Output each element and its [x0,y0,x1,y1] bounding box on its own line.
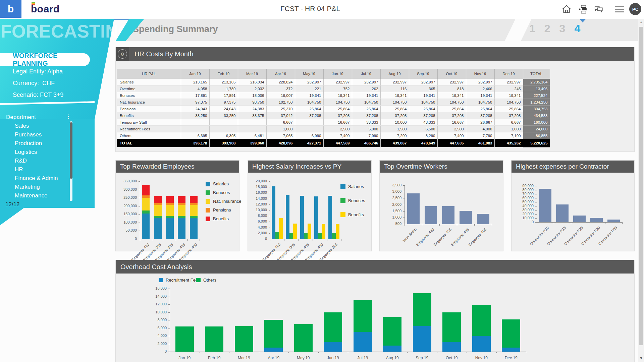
department-scrollbar-thumb[interactable] [70,122,72,179]
department-item[interactable]: Marketing [15,184,58,192]
bar-segment[interactable] [166,218,174,239]
bar-segment[interactable] [166,196,174,203]
bar-segment[interactable] [477,214,489,224]
bar-segment[interactable] [190,196,198,203]
bar-segment[interactable] [442,342,461,352]
legend-item[interactable]: Bonuses [206,190,230,195]
bar-segment[interactable] [178,196,185,203]
bar-segment[interactable] [425,206,437,224]
bar-segment[interactable] [142,214,150,239]
bar-segment[interactable] [413,293,431,326]
filter-scenario[interactable]: Scenario: FCT 3+9 [13,92,63,99]
bar-segment[interactable] [336,224,339,239]
legend-item[interactable]: Salaries [206,181,229,186]
department-item[interactable]: R&D [15,158,58,166]
bar-segment[interactable] [272,186,275,239]
bar-segment[interactable] [314,196,318,239]
department-item[interactable]: Finance & Admin [15,175,58,184]
department-item[interactable]: Maintenance [15,192,58,201]
avatar[interactable]: PC [629,3,641,15]
department-item[interactable]: Sales [15,123,58,131]
bar-segment[interactable] [190,216,198,218]
bar-segment[interactable] [142,210,150,214]
department-item[interactable]: HR [15,166,58,175]
bar-segment[interactable] [502,319,520,348]
bar-segment[interactable] [413,326,431,352]
home-icon[interactable] [562,4,571,14]
bar-segment[interactable] [383,346,401,352]
legend-item[interactable]: Recruitment Fees [159,278,200,283]
bar-segment[interactable] [324,312,342,342]
department-item[interactable]: Production [15,140,58,149]
bar-segment[interactable] [235,326,253,352]
page-scrollbar[interactable]: ▲ ▼ [638,19,644,362]
bar-segment[interactable] [175,326,194,352]
bar-segment[interactable] [286,195,289,239]
legend-item[interactable]: Nat. Insurance [206,199,241,204]
bar-segment[interactable] [190,205,198,216]
menu-icon[interactable] [615,6,624,12]
bar-segment[interactable] [590,218,603,222]
bar-segment[interactable] [154,196,162,203]
bar-segment[interactable] [293,224,297,239]
filter-legal-entity[interactable]: Legal Entity: Alpha [13,68,63,75]
page-2[interactable]: 2 [544,22,550,35]
bar-segment[interactable] [294,324,313,352]
bar-segment[interactable] [472,336,491,352]
bar-segment[interactable] [154,216,162,218]
bar-segment[interactable] [502,348,520,352]
bar-segment[interactable] [154,205,162,216]
legend-item[interactable]: Salaries [340,184,364,189]
legend-item[interactable]: Benefits [340,212,364,217]
bar-segment[interactable] [166,205,174,216]
bar-segment[interactable] [407,193,420,224]
page-1[interactable]: 1 [529,22,535,35]
bar-segment[interactable] [354,300,372,332]
page-3[interactable]: 3 [559,22,566,35]
bar-segment[interactable] [607,220,620,222]
department-item[interactable]: Logistics [15,149,58,158]
panel-settings-iconbox[interactable]: ⚙ [116,47,129,61]
bar-segment[interactable] [322,224,325,239]
filter-currency[interactable]: Currency: CHF [13,80,55,87]
bar-segment[interactable] [166,203,174,205]
bar-segment[interactable] [142,195,150,198]
bar-segment[interactable] [573,216,586,222]
bar-segment[interactable] [279,218,283,239]
scroll-up-icon[interactable]: ▲ [638,20,644,24]
department-scrollbar[interactable] [70,121,72,201]
legend-item[interactable]: Bonuses [340,198,365,203]
comments-icon[interactable] [594,4,603,14]
bar-segment[interactable] [324,342,342,352]
bar-segment[interactable] [308,224,311,239]
bar-segment[interactable] [154,203,162,205]
page-scrollbar-thumb[interactable] [639,27,643,345]
legend-item[interactable]: Benefits [206,216,229,221]
bar-segment[interactable] [332,233,336,239]
bar-segment[interactable] [460,211,472,224]
bar-segment[interactable] [190,203,198,205]
screens-icon[interactable] [578,4,587,14]
bar-segment[interactable] [178,205,185,216]
bar-segment[interactable] [539,189,551,222]
department-item[interactable]: Purchases [15,131,58,140]
page-4-active[interactable]: 4 [574,22,580,35]
bar-segment[interactable] [556,204,569,222]
bar-segment[interactable] [178,216,185,218]
board-app-icon[interactable]: b [0,0,21,18]
bar-segment[interactable] [264,320,283,348]
legend-item[interactable]: Pensions [206,207,231,213]
bar-segment[interactable] [154,218,162,239]
bar-segment[interactable] [442,206,454,224]
bar-segment[interactable] [205,326,223,352]
bar-segment[interactable] [354,332,372,352]
legend-item[interactable]: Others [196,278,216,283]
bar-segment[interactable] [166,216,174,218]
bar-segment[interactable] [264,348,283,352]
bar-segment[interactable] [178,218,185,239]
bar-segment[interactable] [178,203,185,205]
bar-segment[interactable] [442,312,461,342]
bar-segment[interactable] [383,317,401,346]
bar-segment[interactable] [275,232,279,239]
bar-segment[interactable] [300,196,304,239]
